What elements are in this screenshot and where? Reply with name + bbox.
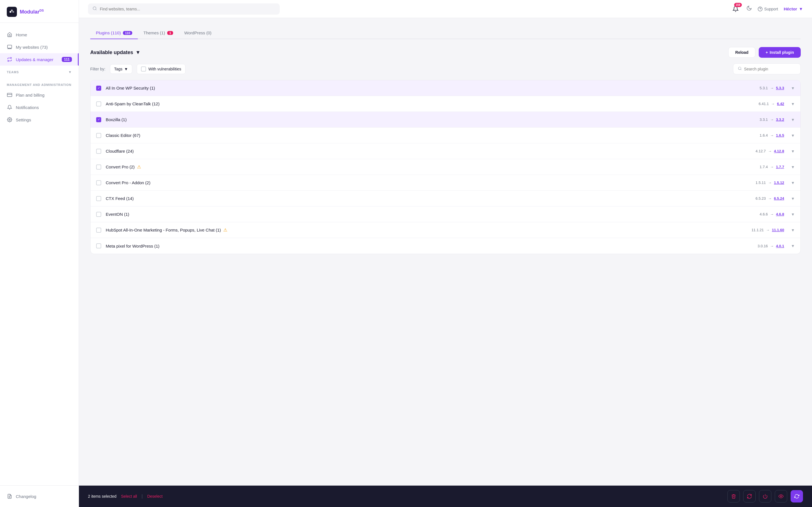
plugin-name: Convert Pro - Addon (2) [106,180,751,185]
reload-button[interactable]: Reload [728,47,756,58]
auto-update-button[interactable] [743,490,756,503]
from-version: 3.3.1 [760,117,768,122]
tab-themes[interactable]: Themes (1) 1 [138,27,179,39]
teams-chevron-icon[interactable]: ▼ [68,70,72,74]
plugin-checkbox-anti-spam[interactable] [96,101,101,107]
sidebar-item-changelog[interactable]: Changelog [0,490,79,503]
sidebar-item-home[interactable]: Home [0,29,79,41]
from-version: 3.0.16 [758,244,768,248]
plugin-checkbox-hubspot[interactable] [96,228,101,233]
table-row: Cloudflare (24) 4.12.7 → 4.12.8 ▼ [91,144,801,159]
tags-chevron-icon: ▼ [124,67,128,71]
sidebar-item-notifications[interactable]: Notifications [0,101,79,114]
user-chevron-icon: ▼ [799,6,803,11]
sidebar-item-updates-manager[interactable]: Updates & manager 111 [0,53,79,66]
home-label: Home [16,33,27,37]
expand-icon[interactable]: ▼ [791,133,795,138]
filters-bar: Filter by: Tags ▼ With vulnerabilities [90,63,801,74]
tags-label: Tags [114,67,123,71]
to-version[interactable]: 4.12.8 [774,149,784,153]
vulnerability-filter[interactable]: With vulnerabilities [137,64,186,74]
notifications-icon [7,105,12,110]
search-input[interactable] [100,7,275,11]
version-info: 3.3.1 → 3.3.2 [760,117,784,122]
version-info: 3.0.16 → 4.0.1 [758,244,784,248]
select-all-button[interactable]: Select all [121,494,137,499]
delete-button[interactable] [727,490,740,503]
logo-icon [7,7,17,17]
install-plugin-button[interactable]: + Install plugin [759,47,801,58]
to-version[interactable]: 6.42 [777,102,784,106]
expand-icon[interactable]: ▼ [791,117,795,122]
to-version[interactable]: 4.6.8 [776,212,784,216]
from-version: 1.7.4 [760,165,768,169]
section-title-chevron-icon[interactable]: ▼ [135,50,140,55]
home-icon [7,32,12,38]
plugin-name: Cloudflare (24) [106,149,751,154]
separator: | [142,494,143,499]
plugin-checkbox-boxzilla[interactable]: ✓ [96,117,101,122]
user-menu[interactable]: Héctor ▼ [784,6,803,11]
expand-icon[interactable]: ▼ [791,165,795,169]
plugin-checkbox-convert-pro[interactable] [96,165,101,170]
sidebar-item-settings[interactable]: Settings [0,114,79,126]
to-version[interactable]: 6.5.24 [774,196,784,201]
notifications-label: Notifications [16,105,39,110]
sidebar-item-plan-billing[interactable]: Plan and billing [0,89,79,101]
updates-label: Updates & manager [16,57,53,62]
arrow-right-icon: → [768,196,772,201]
my-websites-label: My websites (73) [16,45,48,50]
sidebar-nav: Home My websites (73) Updates & manager … [0,23,79,485]
plugin-checkbox-all-in-one[interactable]: ✓ [96,86,101,91]
expand-icon[interactable]: ▼ [791,102,795,106]
plugin-checkbox-meta-pixel[interactable] [96,243,101,248]
svg-point-19 [780,496,782,497]
to-version[interactable]: 3.3.2 [776,117,784,122]
tab-wordpress[interactable]: WordPress (0) [179,27,217,39]
tags-dropdown[interactable]: Tags ▼ [110,64,132,74]
expand-icon[interactable]: ▼ [791,244,795,248]
from-version: 4.12.7 [756,149,766,153]
to-version[interactable]: 4.0.1 [776,244,784,248]
table-row: Anti-Spam by CleanTalk (12) 6.41.1 → 6.4… [91,96,801,112]
sidebar-item-my-websites[interactable]: My websites (73) [0,41,79,53]
plugin-checkbox-classic-editor[interactable] [96,133,101,138]
user-name: Héctor [784,6,797,11]
plugin-checkbox-cloudflare[interactable] [96,149,101,154]
expand-icon[interactable]: ▼ [791,86,795,91]
expand-icon[interactable]: ▼ [791,196,795,201]
tab-plugins-badge: 110 [123,31,132,35]
expand-icon[interactable]: ▼ [791,228,795,232]
tab-plugins[interactable]: Plugins (110) 110 [90,27,138,39]
plugin-search-input[interactable] [744,67,796,71]
dark-mode-button[interactable] [746,5,752,12]
management-section-label: MANAGEMENT AND ADMINISTRATION [0,78,79,89]
to-version[interactable]: 5.3.3 [776,86,784,90]
plugin-list: ✓ All In One WP Security (1) 5.3.1 → 5.3… [90,80,801,254]
plugin-checkbox-ctx-feed[interactable] [96,196,101,201]
install-icon: + [765,50,768,55]
safe-update-button[interactable] [775,490,787,503]
to-version[interactable]: 1.5.12 [774,180,784,185]
to-version[interactable]: 1.7.7 [776,165,784,169]
support-button[interactable]: Support [758,6,778,11]
deselect-button[interactable]: Deselect [147,494,162,499]
search-bar[interactable] [88,3,280,15]
updates-icon [7,57,12,62]
power-button[interactable] [759,490,771,503]
notification-button[interactable]: 159 [730,4,741,14]
support-label: Support [764,7,778,11]
expand-icon[interactable]: ▼ [791,212,795,217]
update-button[interactable] [791,490,803,503]
expand-icon[interactable]: ▼ [791,149,795,154]
to-version[interactable]: 11.1.60 [772,228,784,232]
plugin-checkbox-convert-pro-addon[interactable] [96,180,101,185]
expand-icon[interactable]: ▼ [791,180,795,185]
arrow-right-icon: → [770,212,774,216]
to-version[interactable]: 1.6.5 [776,133,784,137]
changelog-label: Changelog [16,494,36,499]
table-row: ✓ Boxzilla (1) 3.3.1 → 3.3.2 ▼ [91,112,801,128]
plugin-checkbox-eventon[interactable] [96,212,101,217]
plugin-search-bar[interactable] [733,63,801,74]
vulnerability-checkbox[interactable] [141,66,146,71]
